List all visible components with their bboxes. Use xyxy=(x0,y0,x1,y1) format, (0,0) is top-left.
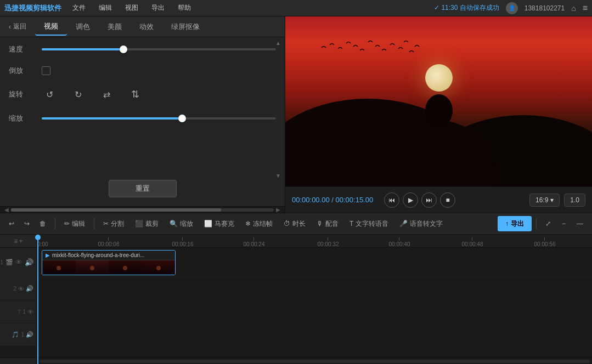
scale-slider-thumb[interactable] xyxy=(178,115,186,122)
track-row-2: 2 👁 🔊 xyxy=(0,277,592,300)
time-display: 00:00:00.00 / 00:00:15.00 xyxy=(292,196,380,204)
scale-slider-fill xyxy=(42,117,182,120)
rotate-control-row: 旋转 ↺ ↻ ⇄ ⇅ xyxy=(9,87,276,102)
right-area: ✓ 11:30 自动保存成功 👤 13818102271 ⌂ ≡ xyxy=(434,2,588,14)
track-2-audio[interactable]: 🔊 xyxy=(26,285,33,292)
export-icon: ↑ xyxy=(505,220,509,228)
speed-slider-thumb[interactable] xyxy=(120,46,127,53)
back-button[interactable]: ‹ 返回 xyxy=(4,20,31,33)
step-back-button[interactable]: ⏮ xyxy=(384,192,399,208)
track-3-area xyxy=(37,300,592,323)
chevron-down-icon: ▾ xyxy=(550,196,554,204)
zoom-in-button[interactable]: — xyxy=(572,216,588,231)
scale-slider[interactable] xyxy=(42,113,276,124)
tab-beauty[interactable]: 美颜 xyxy=(99,19,131,35)
flip-horizontal-button[interactable]: ⇄ xyxy=(99,87,114,102)
timer-icon: ⏱ xyxy=(284,220,290,228)
track-4-controls: 🎵 1 🔊 xyxy=(0,323,37,346)
split-icon: ✂ xyxy=(103,220,109,228)
speed-slider[interactable] xyxy=(42,44,276,55)
hscroll-thumb[interactable] xyxy=(11,208,221,212)
track-4-sub: 1 xyxy=(21,332,24,338)
user-avatar[interactable]: 👤 xyxy=(506,2,518,14)
timeline-container: ≡ + 00:00:00 00:00:08 00:00:16 00:00:24 … xyxy=(0,235,592,364)
track-4-audio[interactable]: 🔊 xyxy=(26,331,33,338)
track-4-area xyxy=(37,323,592,346)
menu-view[interactable]: 视图 xyxy=(123,2,140,14)
step-forward-button[interactable]: ⏭ xyxy=(421,192,437,208)
home-icon[interactable]: ⌂ xyxy=(571,4,576,13)
video-track-audio[interactable]: 🔊 xyxy=(25,258,33,268)
split-button[interactable]: ✂ 分割 xyxy=(99,216,128,231)
preview-birds xyxy=(316,37,426,70)
menu-help[interactable]: 帮助 xyxy=(176,2,193,14)
video-clip[interactable]: ▶ mixkit-flock-flying-around-a-tree-duri… xyxy=(42,250,176,275)
track-2-area xyxy=(37,277,592,300)
freeze-button[interactable]: ❄ 冻结帧 xyxy=(241,216,277,231)
crop-button[interactable]: ⬛ 裁剪 xyxy=(131,216,163,231)
scroll-left-arrow[interactable]: ◀ xyxy=(2,207,11,213)
edit-button[interactable]: ✏ 编辑 xyxy=(60,216,89,231)
rotate-ccw-button[interactable]: ↺ xyxy=(42,87,57,102)
speed-slider-fill xyxy=(42,48,123,50)
scroll-arrow-down[interactable]: ▼ xyxy=(274,171,283,180)
thumb-1 xyxy=(42,260,76,275)
tab-effects[interactable]: 动效 xyxy=(131,19,162,35)
tab-color[interactable]: 调色 xyxy=(67,19,99,35)
timeline-settings-icon[interactable]: ≡ xyxy=(14,237,18,245)
zoom-button[interactable]: 🔍 缩放 xyxy=(165,216,198,231)
redo-button[interactable]: ↪ xyxy=(20,216,34,231)
thumb-3 xyxy=(109,260,142,275)
preview-area xyxy=(285,16,592,186)
zoom-level-button[interactable]: 1.0 xyxy=(564,194,585,207)
rotate-cw-button[interactable]: ↻ xyxy=(70,87,86,102)
rotate-controls: ↺ ↻ ⇄ ⇅ xyxy=(42,87,143,102)
ruler-mark-24: 00:00:24 xyxy=(244,241,265,247)
crop-icon: ⬛ xyxy=(135,220,143,228)
thumb-2 xyxy=(76,260,109,275)
back-arrow-icon: ‹ xyxy=(9,23,11,31)
scroll-right-arrow[interactable]: ▶ xyxy=(274,207,283,213)
user-id[interactable]: 13818102271 xyxy=(525,4,565,12)
zoom-out-button[interactable]: − xyxy=(557,216,570,231)
delete-button[interactable]: 🗑 xyxy=(35,216,50,231)
menu-export[interactable]: 导出 xyxy=(149,2,167,14)
timer-button[interactable]: ⏱ 时长 xyxy=(279,216,310,231)
timeline-scrollbar[interactable] xyxy=(0,357,592,364)
menu-file[interactable]: 文件 xyxy=(70,2,88,14)
mask-button[interactable]: ⬜ 马赛克 xyxy=(200,216,239,231)
freeze-icon: ❄ xyxy=(245,220,251,228)
tab-greenscreen[interactable]: 绿屏抠像 xyxy=(162,19,208,35)
export-button[interactable]: ↑ 导出 xyxy=(498,216,532,231)
tab-video[interactable]: 视频 xyxy=(35,18,67,36)
reverse-checkbox[interactable] xyxy=(42,66,50,75)
play-button[interactable]: ▶ xyxy=(403,192,418,208)
track-2-controls: 2 👁 🔊 xyxy=(0,277,37,300)
add-track-icon[interactable]: + xyxy=(19,237,23,245)
speed-label: 速度 xyxy=(9,44,42,54)
flip-vertical-button[interactable]: ⇅ xyxy=(127,87,143,102)
reverse-checkbox-area[interactable] xyxy=(42,66,50,75)
hscroll-track[interactable] xyxy=(11,208,274,212)
timeline-scroll-track[interactable] xyxy=(40,360,590,363)
reset-button[interactable]: 重置 xyxy=(109,180,177,197)
speech-button[interactable]: T 文字转语音 xyxy=(345,216,393,231)
ruler-mark-48: 00:00:48 xyxy=(462,241,483,247)
clip-video-icon: ▶ xyxy=(46,252,50,258)
dub-button[interactable]: 🎙 配音 xyxy=(312,216,343,231)
menu-edit[interactable]: 编辑 xyxy=(97,2,114,14)
more-options-icon[interactable]: ≡ xyxy=(583,3,588,13)
mask-icon: ⬜ xyxy=(204,220,212,228)
panel-scrollbar[interactable]: ◀ ▶ xyxy=(0,206,285,213)
video-track-eye[interactable]: 👁 xyxy=(15,258,22,268)
undo-button[interactable]: ↩ xyxy=(4,216,19,231)
bottom-area: ↩ ↪ 🗑 ✏ 编辑 ✂ 分割 ⬛ 裁剪 🔍 缩放 ⬜ 马赛克 ❄ 冻结帧 xyxy=(0,213,592,364)
stop-button[interactable]: ■ xyxy=(440,192,455,208)
track-2-eye[interactable]: 👁 xyxy=(18,286,24,292)
speech-icon: T xyxy=(349,220,353,228)
fullscreen-button[interactable]: ⤢ xyxy=(541,216,555,231)
voice-button[interactable]: 🎤 语音转文字 xyxy=(395,216,447,231)
aspect-ratio-button[interactable]: 16:9 ▾ xyxy=(529,194,560,207)
track-3-eye[interactable]: 👁 xyxy=(27,309,33,315)
zoom-icon: 🔍 xyxy=(170,220,178,228)
